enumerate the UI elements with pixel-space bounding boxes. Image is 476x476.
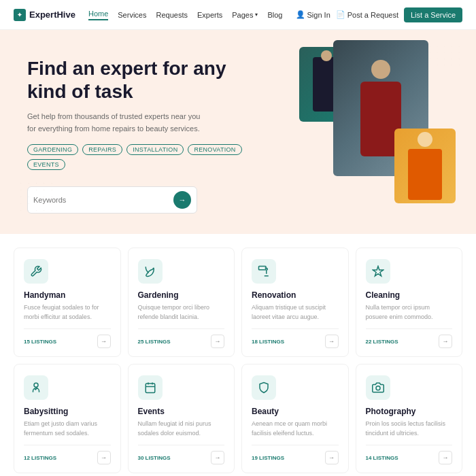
svg-point-6 [376,386,380,390]
logo-text: ExpertHive [29,10,75,20]
nav-home[interactable]: Home [88,10,108,20]
service-title-babysitting: Babysitting [24,407,111,416]
leaf-icon [138,259,163,284]
nav-blog[interactable]: Blog [267,11,282,19]
service-desc-beauty: Aenean mce or quam morbi facilisis eleif… [252,420,339,438]
hero-image-small-2 [394,129,456,203]
service-title-renovation: Renovation [252,290,339,300]
hero-content: Find an expert for any kind of task Get … [27,57,245,214]
listings-count-renovation: 18 LISTINGS [252,339,284,345]
baby-icon [24,375,48,400]
service-arrow-photography[interactable]: → [439,451,452,464]
service-arrow-beauty[interactable]: → [325,451,339,464]
service-arrow-gardening[interactable]: → [211,335,224,348]
service-footer-photography: 14 LISTINGS→ [366,445,453,464]
service-desc-photography: Proin los sociis lectus facilisis tincid… [366,420,453,438]
service-desc-gardening: Quisque tempor orci libero refende bland… [138,303,225,322]
service-card-events: EventsNullam feugiat id nisi purus sodal… [128,364,235,473]
tag-renovation[interactable]: RENOVATION [188,144,241,155]
tag-installation[interactable]: INSTALLATION [126,144,184,155]
svg-rect-2 [146,384,155,393]
post-request-link[interactable]: 📄 Post a Request [336,10,398,19]
service-footer-renovation: 18 LISTINGS→ [252,328,339,348]
service-footer-beauty: 19 LISTINGS→ [252,445,339,464]
service-arrow-babysitting[interactable]: → [97,451,111,464]
service-card-gardening: GardeningQuisque tempor orci libero refe… [128,248,235,357]
service-card-babysitting: BabysittingEtiam get justo diam varius f… [14,364,121,473]
wrench-icon [24,259,48,284]
service-arrow-handyman[interactable]: → [97,335,111,348]
paint-roller-icon [252,259,276,284]
document-icon: 📄 [336,10,345,19]
navbar: ✦ ExpertHive Home Services Requests Expe… [0,0,476,30]
service-title-photography: Photography [366,407,453,416]
service-card-handyman: HandymanFusce feugiat sodales to for mor… [14,248,121,357]
service-title-beauty: Beauty [252,407,339,416]
service-card-photography: PhotographyProin los sociis lectus facil… [356,364,463,473]
logo: ✦ ExpertHive [14,9,75,21]
search-button[interactable]: → [173,191,191,209]
hero-subtitle: Get help from thousands of trusted exper… [27,111,204,135]
list-service-button[interactable]: List a Service [404,7,462,22]
arrow-icon: → [179,196,186,204]
service-card-renovation: RenovationAliquam tristique ut suscipit … [241,248,349,357]
hero-images [299,40,456,210]
service-arrow-events[interactable]: → [211,451,224,464]
service-arrow-renovation[interactable]: → [325,335,339,348]
service-footer-babysitting: 12 LISTINGS→ [24,445,111,464]
user-icon: 👤 [296,10,305,19]
service-title-events: Events [138,407,225,416]
service-desc-cleaning: Nulla tempor orci ipsum posuere enim com… [366,303,453,322]
signin-link[interactable]: 👤 Sign In [296,10,330,19]
svg-point-1 [34,384,38,388]
tag-gardening[interactable]: GARDENING [27,144,78,155]
nav-links: Home Services Requests Experts Pages ▾ B… [88,10,283,20]
listings-count-photography: 14 LISTINGS [366,455,398,461]
service-desc-events: Nullam feugiat id nisi purus sodales dol… [138,420,225,438]
service-footer-events: 30 LISTINGS→ [138,445,225,464]
services-grid-2: BabysittingEtiam get justo diam varius f… [14,364,462,473]
services-section: HandymanFusce feugiat sodales to for mor… [0,234,476,476]
hero-title: Find an expert for any kind of task [27,57,245,103]
beauty-icon [252,375,276,400]
svg-rect-0 [259,267,267,270]
service-arrow-cleaning[interactable]: → [439,335,452,348]
nav-requests[interactable]: Requests [156,11,187,19]
sparkle-icon [366,259,390,284]
hero-tags: GARDENING REPAIRS INSTALLATION RENOVATIO… [27,144,245,170]
listings-count-gardening: 25 LISTINGS [138,339,171,345]
service-footer-handyman: 15 LISTINGS→ [24,328,111,348]
service-footer-gardening: 25 LISTINGS→ [138,328,225,348]
camera-icon [366,375,390,400]
service-card-beauty: BeautyAenean mce or quam morbi facilisis… [241,364,349,473]
events-icon [138,375,163,400]
nav-pages[interactable]: Pages ▾ [232,11,258,19]
listings-count-beauty: 19 LISTINGS [252,455,284,461]
listings-count-cleaning: 22 LISTINGS [366,339,398,345]
tag-repairs[interactable]: REPAIRS [82,144,122,155]
hero-section: · · · · ·· · · · ·· · · · ·· · · · ·· · … [0,30,476,234]
service-title-handyman: Handyman [24,290,111,300]
nav-services[interactable]: Services [118,11,146,19]
service-desc-handyman: Fusce feugiat sodales to for morbi effic… [24,303,111,322]
listings-count-events: 30 LISTINGS [138,455,171,461]
services-grid: HandymanFusce feugiat sodales to for mor… [14,248,462,357]
service-footer-cleaning: 22 LISTINGS→ [366,328,453,348]
service-desc-babysitting: Etiam get justo diam varius fermentum se… [24,420,111,438]
service-card-cleaning: CleaningNulla tempor orci ipsum posuere … [356,248,463,357]
listings-count-handyman: 15 LISTINGS [24,339,56,345]
service-desc-renovation: Aliquam tristique ut suscipit laoreet vi… [252,303,339,322]
logo-icon: ✦ [14,9,26,21]
listings-count-babysitting: 12 LISTINGS [24,455,56,461]
service-title-cleaning: Cleaning [366,290,453,300]
tag-events[interactable]: EVENTS [27,159,65,170]
service-title-gardening: Gardening [138,290,225,300]
dot-decoration-left: · · · · ·· · · · ·· · · · ·· · · · ·· · … [20,180,55,214]
nav-right: 👤 Sign In 📄 Post a Request List a Servic… [296,7,463,22]
nav-experts[interactable]: Experts [197,11,222,19]
